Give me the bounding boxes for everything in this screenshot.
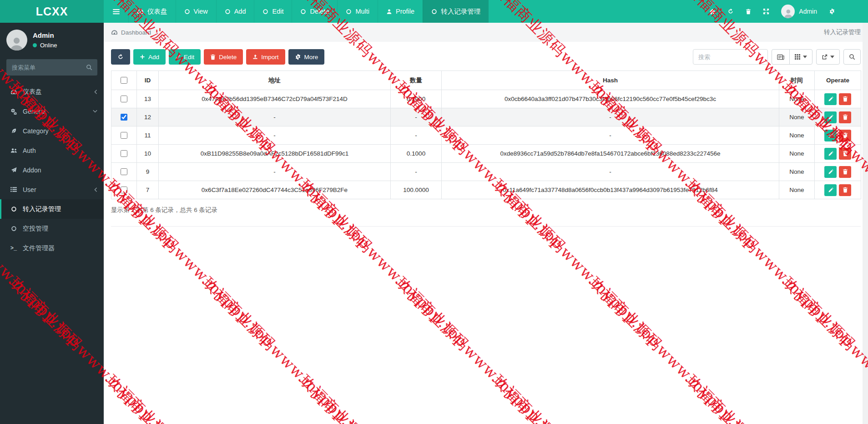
row-checkbox[interactable] <box>121 150 127 157</box>
import-button[interactable]: Import <box>246 49 285 65</box>
rocket-icon <box>9 167 18 173</box>
columns-button[interactable] <box>789 49 812 65</box>
sidebar-item[interactable]: Addon <box>0 160 104 180</box>
nav-tab-label: Delete <box>310 8 329 15</box>
navbar-right: Admin <box>709 0 868 23</box>
row-delete-button[interactable] <box>839 130 851 141</box>
search-icon <box>86 64 92 71</box>
trash-icon[interactable] <box>746 9 751 15</box>
nav-tab[interactable]: 仪表盘 <box>128 0 176 23</box>
circle-icon <box>9 206 18 212</box>
row-checkbox[interactable] <box>121 132 127 139</box>
col-id[interactable]: ID <box>137 71 159 90</box>
gear-icon[interactable] <box>829 8 835 15</box>
row-delete-button[interactable] <box>839 93 851 105</box>
col-address[interactable]: 地址 <box>159 71 391 90</box>
table-row[interactable]: 130x47Ab52b56dd1395eB7346C72cD79a04f573F… <box>111 90 861 108</box>
cell-id: 12 <box>137 108 159 126</box>
sidebar-toggle-button[interactable] <box>104 0 128 23</box>
table-row[interactable]: 11---None <box>111 126 861 145</box>
toggle-view-button[interactable] <box>772 49 790 65</box>
row-checkbox[interactable] <box>121 168 127 175</box>
home-icon[interactable] <box>709 9 716 15</box>
row-delete-button[interactable] <box>839 166 851 178</box>
row-checkbox[interactable] <box>121 96 127 102</box>
nav-tab[interactable]: Multi <box>337 0 378 23</box>
nav-tab[interactable]: Delete <box>292 0 337 23</box>
sidebar-item[interactable]: User <box>0 180 104 199</box>
trash-icon <box>843 187 848 193</box>
row-edit-button[interactable] <box>824 130 837 141</box>
breadcrumb[interactable]: Dashboard <box>111 29 151 36</box>
records-table: ID 地址 数量 Hash 时间 Operate 130x47Ab52b56dd… <box>111 71 861 199</box>
nav-tab[interactable]: Profile <box>378 0 423 23</box>
table-body: 130x47Ab52b56dd1395eB7346C72cD79a04f573F… <box>111 90 861 199</box>
cell-id: 7 <box>137 181 159 199</box>
sidebar-item[interactable]: General <box>0 101 104 121</box>
add-button[interactable]: Add <box>133 49 166 65</box>
sidebar-item[interactable]: Auth <box>0 141 104 160</box>
nav-tab[interactable]: Add <box>216 0 254 23</box>
scrollbar-track[interactable] <box>863 23 868 424</box>
row-delete-button[interactable] <box>839 184 851 196</box>
row-edit-button[interactable] <box>824 111 837 123</box>
sidebar-item[interactable]: 空投管理 <box>0 219 104 238</box>
row-delete-button[interactable] <box>839 111 851 123</box>
cell-address: - <box>159 126 391 145</box>
cell-address: - <box>159 163 391 181</box>
pagination-info: 显示第 1 到第 6 条记录，总共 6 条记录 <box>111 206 861 214</box>
menu-search-input[interactable] <box>6 59 97 76</box>
app-logo[interactable]: LCXX <box>0 0 104 23</box>
delete-button[interactable]: Delete <box>204 49 243 65</box>
nav-tab[interactable]: Edit <box>254 0 292 23</box>
sidebar-item[interactable]: Category <box>0 121 104 141</box>
circle-icon <box>225 9 231 15</box>
circle-icon <box>346 9 352 15</box>
avatar <box>6 30 27 50</box>
refresh-icon[interactable] <box>727 8 734 15</box>
row-edit-button[interactable] <box>824 166 837 178</box>
sidebar-item[interactable]: 转入记录管理 <box>0 199 104 219</box>
col-operate: Operate <box>815 71 861 90</box>
cell-id: 11 <box>137 126 159 145</box>
row-checkbox[interactable] <box>121 187 127 193</box>
sidebar-item[interactable]: 仪表盘 <box>0 82 104 101</box>
cell-hash: 0x11a649fc71a337748d8a0656f0ccb0b13f437a… <box>442 181 779 199</box>
col-amount[interactable]: 数量 <box>391 71 442 90</box>
table-row[interactable]: 70x6C3f7a18Ee027260dC47744c3C51a896F279B… <box>111 181 861 199</box>
bars-icon <box>113 9 120 15</box>
table-row[interactable]: 100xB11D98255B8e09a0dAF2c5128bDF16581dDF… <box>111 145 861 163</box>
edit-button[interactable]: Edit <box>169 49 201 65</box>
trash-icon <box>843 151 848 156</box>
more-button[interactable]: More <box>288 49 325 65</box>
row-checkbox[interactable] <box>121 114 127 121</box>
cell-time: None <box>779 108 815 126</box>
export-button[interactable] <box>816 49 840 65</box>
cell-time: None <box>779 90 815 108</box>
list-icon <box>9 187 18 192</box>
refresh-button[interactable] <box>111 49 130 65</box>
row-delete-button[interactable] <box>839 148 851 160</box>
toolbar-right <box>693 49 861 65</box>
leaf-icon <box>9 128 18 134</box>
table-row[interactable]: 12---None <box>111 108 861 126</box>
gear-icon <box>295 54 301 60</box>
search-toggle-button[interactable] <box>843 49 861 65</box>
row-edit-button[interactable] <box>824 184 837 196</box>
table-search-input[interactable] <box>693 49 768 65</box>
table-row[interactable]: 9---None <box>111 163 861 181</box>
nav-tab[interactable]: 转入记录管理 <box>423 0 489 23</box>
pencil-icon <box>828 187 833 193</box>
nav-tab[interactable]: View <box>176 0 216 23</box>
col-hash[interactable]: Hash <box>442 71 779 90</box>
navbar-user-menu[interactable]: Admin <box>781 5 817 18</box>
cell-id: 9 <box>137 163 159 181</box>
sidebar-item[interactable]: >_文件管理器 <box>0 238 104 258</box>
row-edit-button[interactable] <box>824 93 837 105</box>
pencil-icon <box>828 151 833 156</box>
table-container: ID 地址 数量 Hash 时间 Operate 130x47Ab52b56dd… <box>111 71 861 227</box>
select-all-checkbox[interactable] <box>121 77 127 84</box>
expand-icon[interactable] <box>763 8 769 15</box>
col-time[interactable]: 时间 <box>779 71 815 90</box>
row-edit-button[interactable] <box>824 148 837 160</box>
